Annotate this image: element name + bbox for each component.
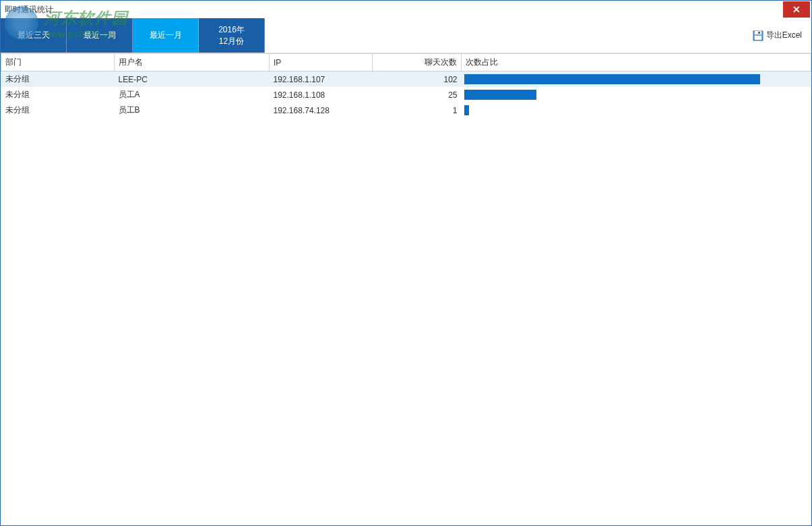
- cell-ratio: [462, 87, 811, 103]
- header-dept[interactable]: 部门: [1, 54, 115, 71]
- cell-user: 员工B: [115, 103, 270, 118]
- ratio-bar: [464, 90, 537, 100]
- cell-user: 员工A: [115, 87, 270, 103]
- cell-ratio: [462, 103, 811, 118]
- titlebar: 即时通讯统计 ✕: [1, 1, 811, 18]
- header-ip[interactable]: IP: [270, 54, 373, 71]
- export-excel-button[interactable]: 导出Excel: [743, 18, 811, 53]
- cell-dept: 未分组: [1, 71, 115, 88]
- export-label: 导出Excel: [766, 30, 802, 41]
- window-title: 即时通讯统计: [5, 4, 53, 16]
- toolbar: 最近三天 最近一周 最近一月 2016年 12月份 导出Excel: [1, 18, 811, 53]
- ratio-bar: [464, 74, 760, 84]
- stats-table: 部门 用户名 IP 聊天次数 次数占比 未分组LEE-PC192.168.1.1…: [1, 53, 811, 118]
- cell-ip: 192.168.74.128: [270, 103, 373, 118]
- tab-label: 最近一月: [150, 30, 182, 41]
- table-header-row: 部门 用户名 IP 聊天次数 次数占比: [1, 54, 811, 71]
- table-row[interactable]: 未分组LEE-PC192.168.1.107102: [1, 71, 811, 88]
- svg-rect-2: [758, 32, 760, 34]
- header-count[interactable]: 聊天次数: [373, 54, 462, 71]
- tab-recent-month[interactable]: 最近一月: [133, 18, 199, 53]
- close-button[interactable]: ✕: [783, 1, 810, 18]
- close-icon: ✕: [792, 4, 801, 15]
- cell-ip: 192.168.1.107: [270, 71, 373, 88]
- ratio-bar: [464, 105, 470, 115]
- cell-count: 1: [373, 103, 462, 118]
- tab-label: 最近三天: [18, 30, 50, 41]
- header-user[interactable]: 用户名: [115, 54, 270, 71]
- cell-dept: 未分组: [1, 103, 115, 118]
- table-row[interactable]: 未分组员工B192.168.74.1281: [1, 103, 811, 118]
- save-icon: [753, 30, 763, 41]
- table-row[interactable]: 未分组员工A192.168.1.10825: [1, 87, 811, 103]
- tab-label: 2016年 12月份: [218, 24, 245, 47]
- cell-ratio: [462, 71, 811, 88]
- cell-count: 25: [373, 87, 462, 103]
- tab-label: 最近一周: [84, 30, 116, 41]
- header-ratio[interactable]: 次数占比: [462, 54, 811, 71]
- cell-user: LEE-PC: [115, 71, 270, 88]
- cell-count: 102: [373, 71, 462, 88]
- tab-recent-week[interactable]: 最近一周: [67, 18, 133, 53]
- table-container: 部门 用户名 IP 聊天次数 次数占比 未分组LEE-PC192.168.1.1…: [1, 53, 811, 525]
- tab-year-month[interactable]: 2016年 12月份: [199, 18, 265, 53]
- cell-dept: 未分组: [1, 87, 115, 103]
- svg-rect-3: [755, 36, 761, 40]
- cell-ip: 192.168.1.108: [270, 87, 373, 103]
- tab-recent-3days[interactable]: 最近三天: [1, 18, 67, 53]
